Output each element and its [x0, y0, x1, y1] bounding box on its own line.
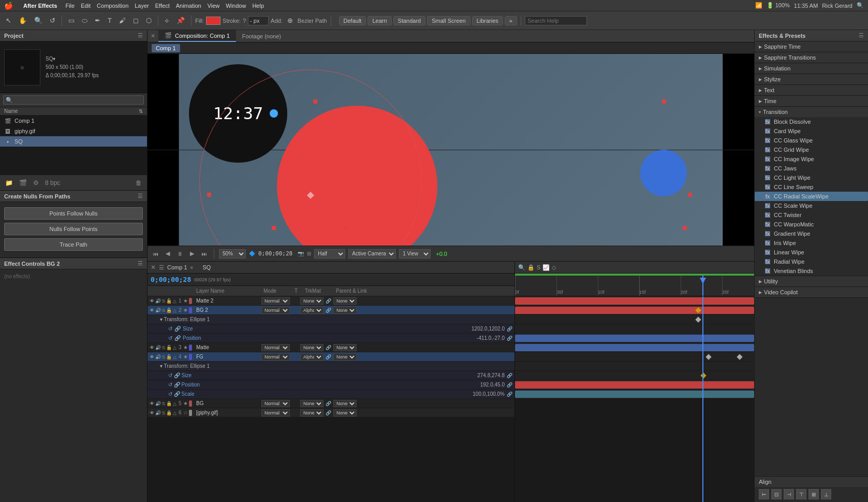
menu-file[interactable]: File	[65, 3, 75, 9]
parent-2[interactable]: None	[333, 307, 357, 314]
pin-tool[interactable]: 📌	[174, 15, 187, 26]
lock-icon-4[interactable]: 🔓	[166, 354, 172, 360]
effect-venetian-blinds[interactable]: fx Venetian Blinds	[755, 266, 868, 276]
effect-gradient-wipe[interactable]: fx Gradient Wipe	[755, 229, 868, 238]
group-header-text[interactable]: ▶ Text	[755, 85, 868, 95]
new-comp-btn[interactable]: 🎬	[17, 178, 29, 188]
points-follow-nulls-btn[interactable]: Points Follow Nulls	[4, 207, 143, 220]
fill-swatch[interactable]	[206, 17, 220, 25]
mode-4[interactable]: Normal	[261, 353, 290, 361]
scale-prop-4[interactable]: ↺ 🔗 Scale	[168, 391, 195, 397]
menu-view[interactable]: View	[208, 3, 220, 9]
rect-tool[interactable]: ▭	[66, 15, 77, 26]
layer-row-1[interactable]: 👁 🔊 S 🔓 △ 1 ★ Matte 2 Normal None 🔗 Non	[148, 296, 514, 306]
solo-icon-5[interactable]: S	[162, 400, 165, 407]
nulls-follow-points-btn[interactable]: Nulls Follow Points	[4, 223, 143, 235]
tl-lock-btn[interactable]: 🔒	[527, 264, 535, 271]
new-folder-btn[interactable]: 📁	[3, 178, 15, 188]
trace-path-btn[interactable]: Trace Path	[4, 238, 143, 251]
effect-cc-warpomatic[interactable]: fx CC WarpoMatic	[755, 220, 868, 229]
position-prop-2[interactable]: ↺ 🔗 Position	[168, 335, 201, 341]
camera-select[interactable]: Active Camera	[348, 249, 396, 259]
trkmat-2[interactable]: Alpha	[300, 307, 323, 314]
stamp-tool[interactable]: ⬡	[143, 15, 154, 26]
project-item-comp1[interactable]: 🎬 Comp 1	[0, 116, 147, 126]
layer-row-3[interactable]: 👁 🔊 S 🔓 △ 3 ★ Matte Normal None 🔗 None	[148, 343, 514, 352]
size-prop-2[interactable]: ↺ 🔗 Size	[168, 326, 193, 332]
trkmat-5[interactable]: None	[300, 400, 323, 407]
audio-icon-4[interactable]: 🔊	[155, 354, 161, 360]
audio-icon-1[interactable]: 🔊	[155, 298, 161, 304]
sort-icon[interactable]: ⇅	[139, 108, 143, 114]
tab-composition[interactable]: 🎬 Composition: Comp 1	[158, 30, 236, 42]
layer-row-5[interactable]: 👁 🔊 S 🔒 △ 5 ★ BG Normal None 🔗 None	[148, 399, 514, 408]
mode-3[interactable]: Normal	[261, 344, 290, 351]
shy-icon-1[interactable]: △	[173, 298, 176, 304]
project-menu-btn[interactable]: ☰	[138, 32, 143, 39]
8bpc-btn[interactable]: 8 bpc	[43, 178, 62, 188]
trkmat-6[interactable]: None	[300, 409, 323, 417]
group-header-video-copilot[interactable]: ▶ Video Copilot	[755, 287, 868, 297]
menu-help[interactable]: Help	[252, 3, 264, 9]
viewer-prev-btn[interactable]: ◀	[164, 249, 172, 258]
tl-search-btn[interactable]: 🔍	[518, 264, 525, 271]
delete-btn[interactable]: 🗑	[134, 178, 144, 188]
align-right-btn[interactable]: ⊣	[784, 489, 794, 499]
viewer-stop-btn[interactable]: ⏸	[175, 250, 185, 258]
visibility-icon-1[interactable]: 👁	[150, 298, 154, 304]
menu-layer[interactable]: Layer	[135, 3, 149, 9]
group-header-sapphire-time[interactable]: ▶ Sapphire Time	[755, 41, 868, 52]
view-select[interactable]: 1 View 2 Views	[399, 249, 431, 259]
star-4[interactable]: ★	[183, 354, 188, 360]
lock-icon-2[interactable]: 🔓	[166, 307, 172, 313]
align-bottom-btn[interactable]: ⊥	[821, 489, 831, 499]
effects-menu-btn[interactable]: ☰	[859, 32, 864, 39]
align-left-btn[interactable]: ⊢	[759, 489, 769, 499]
lock-icon-6[interactable]: 🔒	[166, 410, 172, 416]
project-item-giphy[interactable]: 🖼 giphy.gif	[0, 126, 147, 136]
timeline-close[interactable]: ✕	[151, 264, 156, 271]
menu-effect[interactable]: Effect	[155, 3, 170, 9]
solo-icon-4[interactable]: S	[162, 354, 165, 360]
effect-cc-light-wipe[interactable]: fx CC Light Wipe	[755, 173, 868, 182]
viewer-end-btn[interactable]: ⏭	[199, 250, 209, 258]
shy-icon-4[interactable]: △	[173, 354, 176, 360]
settings-btn[interactable]: ⚙	[31, 178, 41, 188]
effect-card-wipe[interactable]: fx Card Wipe	[755, 126, 868, 136]
effect-controls-menu[interactable]: ☰	[138, 260, 143, 267]
solo-icon-1[interactable]: S	[162, 298, 165, 304]
parent-1[interactable]: None	[333, 297, 357, 305]
select-tool[interactable]: ↖	[3, 15, 14, 26]
group-header-sapphire-transitions[interactable]: ▶ Sapphire Transitions	[755, 52, 868, 63]
tl-solo-btn[interactable]: S	[537, 264, 540, 270]
timeline-menu-btn[interactable]: ☰	[159, 264, 164, 271]
solo-icon-3[interactable]: S	[162, 345, 165, 351]
shy-icon-5[interactable]: △	[173, 400, 176, 407]
menu-edit[interactable]: Edit	[81, 3, 91, 9]
tl-key-btn[interactable]: ◇	[552, 264, 556, 271]
mode-2[interactable]: Normal	[261, 307, 290, 314]
eraser-tool[interactable]: ◻	[130, 15, 141, 26]
group-header-time[interactable]: ▶ Time	[755, 96, 868, 106]
effect-cc-grid-wipe[interactable]: fx CC Grid Wipe	[755, 145, 868, 154]
workspace-libraries[interactable]: Libraries	[472, 16, 503, 25]
layer-row-6[interactable]: 👁 🔊 S 🔒 △ 6 ☆ [giphy.gif] Normal None 🔗	[148, 408, 514, 418]
parent-3[interactable]: None	[333, 344, 357, 351]
timeline-timecode[interactable]: 0;00;00;28	[151, 276, 191, 283]
menu-composition[interactable]: Composition	[97, 3, 128, 9]
trkmat-3[interactable]: None	[300, 344, 323, 351]
parent-5[interactable]: None	[333, 400, 357, 407]
rotate-tool[interactable]: ↺	[47, 15, 58, 26]
audio-icon-5[interactable]: 🔊	[155, 400, 161, 407]
quality-select[interactable]: Half Full Quarter	[314, 249, 345, 259]
search-icon[interactable]: 🔍	[857, 2, 864, 9]
group-header-utility[interactable]: ▶ Utility	[755, 276, 868, 286]
handle-bottom-center[interactable]	[344, 226, 348, 230]
visibility-icon-3[interactable]: 👁	[150, 345, 154, 351]
group-header-stylize[interactable]: ▶ Stylize	[755, 74, 868, 84]
visibility-icon-6[interactable]: 👁	[150, 410, 154, 416]
zoom-tool[interactable]: 🔍	[32, 15, 45, 26]
visibility-icon-4[interactable]: 👁	[150, 354, 154, 360]
puppet-tool[interactable]: ⟡	[162, 15, 172, 26]
lock-icon-1[interactable]: 🔓	[166, 298, 172, 304]
